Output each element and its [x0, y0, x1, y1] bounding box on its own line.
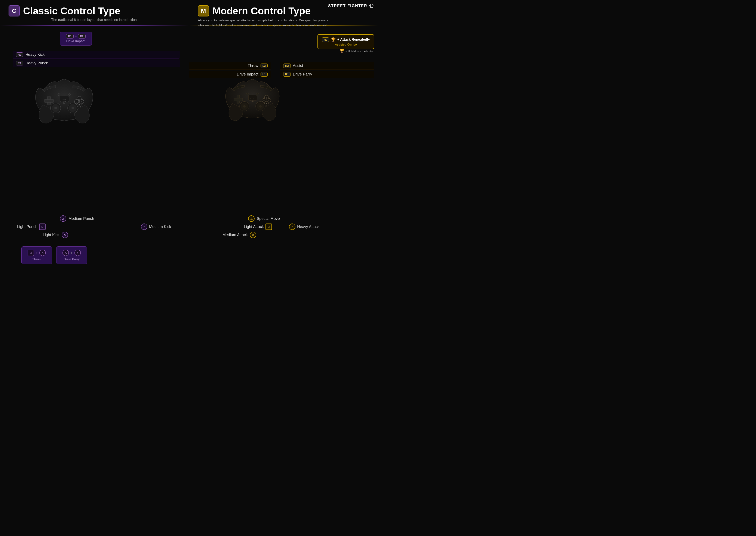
heavy-attack-item: ○ Heavy Attack	[289, 223, 320, 230]
medium-attack-label: Medium Attack	[223, 233, 248, 237]
svg-rect-9	[44, 99, 54, 102]
drive-parry-label: Drive Parry	[62, 257, 81, 261]
hk-btn: R2	[16, 52, 23, 57]
light-kick-icon: ✕	[62, 232, 68, 238]
light-punch-icon: □	[39, 223, 46, 230]
special-move-label: Special Move	[257, 217, 280, 221]
throw-card: □ + ✕ Throw	[21, 247, 52, 264]
svg-text:• • • • •: • • • • •	[62, 101, 66, 102]
medium-punch-label: Medium Punch	[68, 217, 94, 221]
svg-rect-31	[234, 98, 243, 101]
hold-note-text: = Hold down the button	[346, 50, 374, 53]
heavy-punch-label: Heavy Punch	[25, 61, 48, 65]
hp-btn: R1	[16, 61, 23, 65]
svg-text:○: ○	[81, 101, 82, 103]
svg-point-21	[58, 93, 60, 96]
lp-mk-row: Light Punch □ ○ Medium Kick	[13, 223, 175, 230]
dp-plus: +	[71, 251, 73, 255]
hold-note: 🏆 = Hold down the button	[339, 49, 374, 53]
svg-point-29	[259, 105, 261, 108]
light-attack-item: Light Attack □	[244, 223, 272, 230]
assisted-combo-box: R2 🏆 + Attack Repeatedly Assisted Combo	[318, 34, 374, 49]
throw-row-right: Throw L2	[189, 62, 271, 70]
classic-title: Classic Control Type	[23, 5, 120, 17]
svg-point-7	[71, 107, 74, 109]
svg-point-26	[243, 105, 246, 108]
assist-row: R2 Assist	[280, 62, 374, 70]
di-label: Drive Impact	[66, 39, 86, 43]
svg-point-20	[68, 93, 71, 96]
assist-btn: R2	[283, 63, 291, 68]
drive-parry-card: △ + ○ Drive Parry	[56, 247, 87, 264]
svg-point-4	[54, 107, 57, 109]
light-kick-container: Light Kick ✕	[43, 232, 68, 238]
hold-icon: 🏆	[339, 49, 344, 53]
modern-subtitle1: Allows you to perform special attacks wi…	[198, 18, 369, 23]
heavy-punch-row: R1 Heavy Punch	[13, 59, 180, 67]
light-attack-icon: □	[265, 223, 272, 230]
ps5-controller-svg-left: △ □ ○ ✕ ⊕ • • • • • • • • • •	[30, 71, 98, 126]
svg-text:✕: ✕	[266, 102, 267, 105]
drive-impact-box: R1 + R2 Drive Impact	[60, 32, 92, 46]
left-header: C Classic Control Type The traditional 6…	[0, 0, 189, 24]
la-ha-row: Light Attack □ ○ Heavy Attack	[189, 223, 374, 230]
ac-sub: Assisted Combo	[322, 43, 370, 46]
drive-impact-container: R1 + R2 Drive Impact	[60, 32, 92, 46]
throw-label-right: Throw	[248, 63, 258, 68]
drive-parry-row-right: R1 Drive Parry	[280, 71, 374, 78]
light-punch-label: Light Punch	[17, 224, 37, 229]
svg-text:○: ○	[268, 99, 269, 102]
light-kick-label: Light Kick	[43, 233, 59, 237]
classic-subtitle: The traditional 6 button layout that nee…	[9, 18, 180, 22]
medium-kick-icon: ○	[141, 223, 147, 230]
heavy-attack-label: Heavy Attack	[297, 224, 320, 229]
special-move-container: △ Special Move	[248, 216, 280, 222]
right-right-controls: R2 Assist R1 Drive Parry	[280, 62, 374, 79]
svg-text:✕: ✕	[78, 104, 80, 106]
left-separator	[0, 25, 189, 26]
medium-punch-container: △ Medium Punch	[60, 216, 94, 222]
svg-point-43	[246, 93, 248, 94]
medium-punch-icon: △	[60, 216, 66, 222]
dp-tri-icon: △	[62, 250, 69, 256]
svg-text:□: □	[76, 101, 77, 103]
svg-text:△: △	[266, 97, 267, 99]
ac-btn: R2	[322, 37, 329, 42]
svg-text:• • • • •: • • • • •	[250, 98, 254, 99]
modern-subtitle2: who want to fight without memorizing and…	[198, 23, 369, 28]
assist-label: Assist	[293, 63, 303, 68]
right-header: M Modern Control Type Allows you to perf…	[189, 0, 378, 30]
svg-text:• • • • •: • • • • •	[62, 99, 66, 100]
medium-kick-item: ○ Medium Kick	[141, 223, 171, 230]
ac-trophy: 🏆	[331, 37, 336, 42]
light-attack-label: Light Attack	[244, 224, 264, 229]
di-btn1: R1	[66, 34, 74, 39]
di-plus: +	[75, 34, 77, 38]
throw-label: Throw	[28, 257, 46, 261]
svg-text:□: □	[263, 99, 265, 102]
throw-sq-icon: □	[28, 250, 34, 256]
svg-text:△: △	[78, 98, 80, 100]
controller-right: △ □ ○ ✕ ⊕ • • • • • • • • • •	[220, 71, 285, 125]
heavy-kick-label: Heavy Kick	[25, 52, 45, 57]
modern-badge: M	[198, 5, 209, 17]
throw-btn-right: L2	[260, 63, 268, 68]
throw-plus: +	[36, 251, 38, 255]
combo-cards: □ + ✕ Throw △ + ○ Drive Parry	[21, 247, 87, 264]
heavy-kick-row: R2 Heavy Kick	[13, 51, 180, 59]
medium-kick-label: Medium Kick	[149, 224, 171, 229]
dp-circle-icon: ○	[75, 250, 81, 256]
ps5-controller-svg-right: △ □ ○ ✕ ⊕ • • • • • • • • • •	[220, 71, 285, 124]
main-layout: STREET FIGHTER 6 C Classic Control Type …	[0, 0, 378, 268]
hk-hp-area: R2 Heavy Kick R1 Heavy Punch	[13, 51, 180, 68]
dp-label-right: Drive Parry	[293, 72, 312, 77]
light-punch-item: Light Punch □	[17, 223, 46, 230]
special-move-icon: △	[248, 216, 255, 222]
svg-point-42	[257, 93, 258, 94]
medium-attack-icon: ✕	[250, 232, 256, 238]
svg-text:• • • • •: • • • • •	[250, 99, 254, 101]
classic-badge: C	[9, 5, 20, 17]
ac-label: + Attack Repeatedly	[337, 38, 370, 42]
throw-x-icon: ✕	[39, 250, 46, 256]
di-btn2: R2	[78, 34, 86, 39]
